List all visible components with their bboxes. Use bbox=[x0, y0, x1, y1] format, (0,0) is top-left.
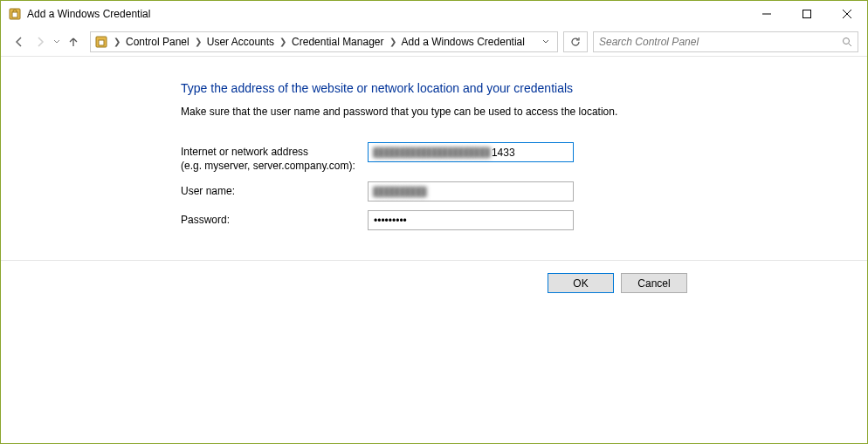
svg-rect-7 bbox=[99, 40, 104, 45]
address-dropdown-button[interactable] bbox=[538, 38, 554, 46]
cancel-button[interactable]: Cancel bbox=[621, 273, 687, 293]
form-row-username: User name: ██████████ bbox=[181, 181, 867, 202]
breadcrumb-item[interactable]: Add a Windows Credential bbox=[398, 36, 528, 48]
window-controls bbox=[747, 1, 867, 27]
address-input-wrapper: ██████████████████████ 1433 bbox=[368, 142, 574, 162]
chevron-right-icon: ❯ bbox=[278, 37, 288, 46]
svg-line-9 bbox=[849, 44, 851, 46]
back-button[interactable] bbox=[10, 32, 29, 51]
main-content: Type the address of the website or netwo… bbox=[1, 57, 867, 230]
title-bar: Add a Windows Credential bbox=[1, 1, 867, 27]
breadcrumb-item[interactable]: User Accounts bbox=[203, 36, 278, 48]
minimize-button[interactable] bbox=[747, 1, 787, 27]
address-hint: (e.g. myserver, server.company.com): bbox=[181, 159, 368, 173]
password-input[interactable] bbox=[368, 210, 574, 230]
search-box[interactable] bbox=[593, 31, 858, 52]
form-row-address: Internet or network address (e.g. myserv… bbox=[181, 142, 867, 173]
close-button[interactable] bbox=[827, 1, 867, 27]
username-label: User name: bbox=[181, 181, 368, 198]
search-icon[interactable] bbox=[842, 37, 852, 47]
credential-manager-icon bbox=[94, 35, 108, 49]
credential-manager-icon bbox=[8, 7, 22, 21]
svg-rect-3 bbox=[803, 10, 811, 18]
address-bar[interactable]: ❯ Control Panel ❯ User Accounts ❯ Creden… bbox=[90, 31, 558, 52]
breadcrumb-item[interactable]: Credential Manager bbox=[288, 36, 387, 48]
address-input[interactable] bbox=[368, 142, 574, 162]
address-label-text: Internet or network address bbox=[181, 146, 308, 158]
ok-button[interactable]: OK bbox=[548, 273, 614, 293]
forward-button[interactable] bbox=[31, 32, 50, 51]
address-label: Internet or network address (e.g. myserv… bbox=[181, 142, 368, 173]
svg-point-8 bbox=[844, 38, 850, 44]
recent-locations-button[interactable] bbox=[52, 32, 62, 51]
chevron-right-icon: ❯ bbox=[388, 37, 398, 46]
maximize-button[interactable] bbox=[787, 1, 827, 27]
refresh-button[interactable] bbox=[563, 31, 588, 52]
page-heading: Type the address of the website or netwo… bbox=[181, 81, 867, 95]
up-button[interactable] bbox=[64, 32, 83, 51]
chevron-right-icon: ❯ bbox=[193, 37, 203, 46]
page-subtext: Make sure that the user name and passwor… bbox=[181, 106, 867, 118]
password-label: Password: bbox=[181, 210, 368, 227]
form-row-password: Password: bbox=[181, 210, 867, 230]
button-bar: OK Cancel bbox=[1, 260, 867, 293]
chevron-right-icon: ❯ bbox=[112, 37, 122, 46]
breadcrumb-item[interactable]: Control Panel bbox=[122, 36, 193, 48]
username-input[interactable] bbox=[368, 181, 574, 202]
search-input[interactable] bbox=[599, 36, 842, 48]
svg-rect-1 bbox=[12, 12, 17, 17]
username-input-wrapper: ██████████ bbox=[368, 181, 574, 202]
window-title: Add a Windows Credential bbox=[27, 8, 747, 20]
navigation-bar: ❯ Control Panel ❯ User Accounts ❯ Creden… bbox=[1, 27, 867, 57]
